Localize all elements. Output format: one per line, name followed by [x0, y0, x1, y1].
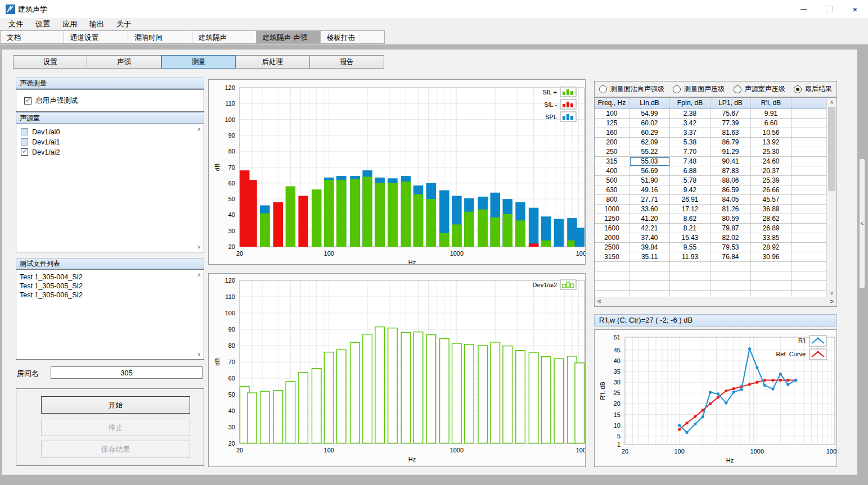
table-cell[interactable]: 84.05 [710, 195, 751, 205]
table-cell[interactable] [791, 138, 827, 147]
table-cell[interactable]: 28.92 [751, 243, 791, 252]
table-cell[interactable]: 26.66 [751, 185, 791, 195]
table-cell[interactable] [791, 128, 827, 138]
table-cell[interactable] [791, 243, 827, 252]
table-cell[interactable] [791, 224, 827, 233]
table-cell[interactable]: 91.29 [710, 147, 751, 157]
enable-intensity-checkbox[interactable] [24, 97, 32, 105]
enable-intensity-row[interactable]: 启用声强测试 [21, 96, 204, 106]
table-cell[interactable] [751, 262, 791, 271]
save-results-button[interactable]: 保存结果 [41, 441, 190, 458]
table-cell[interactable] [791, 185, 827, 195]
table-cell[interactable] [791, 195, 827, 205]
table-cell[interactable]: 2000 [595, 233, 629, 243]
table-cell[interactable]: 3.37 [670, 128, 710, 138]
table-cell[interactable]: 2500 [595, 243, 629, 252]
table-cell[interactable]: 86.59 [710, 185, 751, 195]
sub-tab-3[interactable]: 后处理 [236, 55, 310, 69]
table-cell[interactable]: 41.20 [629, 214, 670, 224]
radio-icon[interactable] [734, 85, 741, 93]
main-tab-1[interactable]: 通道设置 [64, 30, 128, 44]
table-cell[interactable]: 630 [595, 185, 629, 195]
scroll-down-icon[interactable]: ∨ [827, 290, 836, 296]
test-file-item-0[interactable]: Test 1_305-004_SI2 [16, 273, 204, 282]
table-cell[interactable]: 27.71 [629, 195, 670, 205]
table-cell[interactable] [791, 147, 827, 157]
table-cell[interactable]: 250 [595, 147, 629, 157]
table-cell[interactable]: 7.70 [670, 147, 710, 157]
result-radio-2[interactable]: 声源室声压级 [734, 84, 785, 94]
channel-item-2[interactable]: Dev1/ai2 [17, 147, 204, 157]
table-cell[interactable]: 26.89 [751, 224, 791, 233]
table-cell[interactable] [791, 166, 827, 176]
table-cell[interactable]: 51.90 [629, 176, 670, 185]
table-cell[interactable]: 3.42 [670, 119, 710, 128]
scroll-up-icon[interactable]: ∧ [827, 99, 836, 105]
channel-checkbox[interactable] [21, 128, 28, 135]
table-cell[interactable]: 37.40 [629, 233, 670, 243]
table-cell[interactable]: 60.02 [629, 119, 670, 128]
table-cell[interactable]: 81.63 [710, 128, 751, 138]
table-cell[interactable]: 10.56 [751, 128, 791, 138]
radio-icon[interactable] [599, 85, 607, 93]
table-cell[interactable]: 26.91 [670, 195, 710, 205]
table-cell[interactable]: 160 [595, 128, 629, 138]
table-cell[interactable] [791, 205, 827, 214]
table-cell[interactable] [629, 281, 670, 291]
table-cell[interactable] [670, 281, 710, 291]
table-cell[interactable] [791, 176, 827, 185]
table-cell[interactable] [670, 271, 710, 281]
start-button[interactable]: 开始 [41, 396, 190, 414]
table-cell[interactable]: 9.55 [670, 243, 710, 252]
table-cell[interactable]: 56.69 [629, 166, 670, 176]
table-cell[interactable] [791, 119, 827, 128]
menu-item-1[interactable]: 设置 [29, 18, 56, 30]
table-cell[interactable]: 62.09 [629, 138, 670, 147]
table-cell[interactable] [751, 271, 791, 281]
scroll-down-icon[interactable]: ∨ [196, 244, 203, 250]
table-cell[interactable]: 75.67 [710, 109, 751, 119]
table-cell[interactable]: 30.96 [751, 252, 791, 262]
table-cell[interactable]: 20.37 [751, 166, 791, 176]
table-cell[interactable]: 81.26 [710, 205, 751, 214]
menu-item-2[interactable]: 应用 [56, 18, 83, 30]
table-cell[interactable]: 6.60 [751, 119, 791, 128]
table-cell[interactable] [791, 214, 827, 224]
test-file-item-1[interactable]: Test 1_305-005_SI2 [16, 282, 204, 291]
table-cell[interactable]: 33.60 [629, 205, 670, 214]
table-cell[interactable]: 55.03 [629, 157, 670, 166]
table-vscrollbar[interactable]: ∧ ∨ [826, 98, 836, 297]
result-radio-3[interactable]: 最后结果 [794, 84, 832, 94]
table-hscrollbar[interactable]: < > [595, 297, 836, 306]
table-cell[interactable]: 39.84 [629, 243, 670, 252]
test-file-item-2[interactable]: Test 1_305-006_SI2 [16, 291, 204, 300]
table-cell[interactable]: 33.85 [751, 233, 791, 243]
table-cell[interactable]: 800 [595, 195, 629, 205]
table-cell[interactable]: 15.43 [670, 233, 710, 243]
channel-item-1[interactable]: Dev1/ai1 [17, 137, 204, 147]
table-cell[interactable]: 13.92 [751, 138, 791, 147]
sub-tab-4[interactable]: 报告 [310, 55, 384, 69]
table-cell[interactable]: 36.89 [751, 205, 791, 214]
table-cell[interactable] [751, 281, 791, 291]
table-cell[interactable]: 100 [595, 109, 629, 119]
table-cell[interactable]: 88.06 [710, 176, 751, 185]
table-cell[interactable]: 500 [595, 176, 629, 185]
table-cell[interactable]: 5.38 [670, 138, 710, 147]
table-cell[interactable]: 17.12 [670, 205, 710, 214]
table-cell[interactable] [791, 252, 827, 262]
table-cell[interactable] [629, 271, 670, 281]
table-cell[interactable]: 55.22 [629, 147, 670, 157]
table-cell[interactable]: 86.79 [710, 138, 751, 147]
table-cell[interactable]: 8.62 [670, 214, 710, 224]
scroll-up-icon[interactable]: ∧ [196, 126, 203, 132]
channel-checkbox[interactable] [21, 138, 28, 146]
channel-checkbox[interactable] [21, 148, 28, 156]
main-tab-5[interactable]: 楼板打击 [321, 30, 385, 44]
table-cell[interactable]: 54.99 [629, 109, 670, 119]
table-cell[interactable] [791, 109, 827, 119]
table-cell[interactable]: 80.59 [710, 214, 751, 224]
table-cell[interactable] [710, 271, 751, 281]
table-cell[interactable]: 82.02 [710, 233, 751, 243]
table-cell[interactable]: 76.84 [710, 252, 751, 262]
